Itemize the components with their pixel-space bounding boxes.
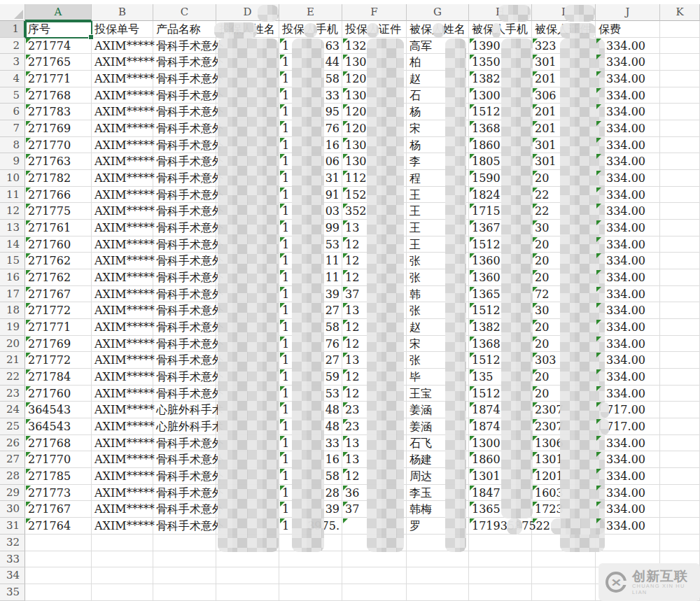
- cell-E33[interactable]: [279, 551, 342, 568]
- cell-H31[interactable]: 17193587522: [469, 518, 532, 535]
- cell-A14[interactable]: 271760: [25, 236, 92, 253]
- cell-J6[interactable]: 334.00: [596, 104, 660, 120]
- row-header-20[interactable]: 20: [0, 336, 25, 353]
- cell-J12[interactable]: 334.00: [596, 203, 660, 220]
- cell-A16[interactable]: 271762: [25, 269, 92, 286]
- cell-B27[interactable]: AXIM*****: [92, 451, 153, 468]
- cell-J20[interactable]: 334.00: [596, 336, 660, 353]
- cell-C22[interactable]: 骨科手术意外: [153, 369, 216, 386]
- cell-B34[interactable]: [92, 567, 153, 584]
- cell-B18[interactable]: AXIM*****: [92, 302, 153, 319]
- cell-C30[interactable]: 骨科手术意外: [153, 501, 216, 518]
- cell-K8[interactable]: [660, 137, 700, 154]
- cell-B26[interactable]: AXIM*****: [92, 435, 153, 452]
- cell-A7[interactable]: 271769: [25, 120, 92, 137]
- cell-E35[interactable]: [279, 584, 342, 601]
- cell-J29[interactable]: 334.00: [596, 485, 660, 502]
- cell-D34[interactable]: [216, 567, 279, 584]
- cell-J21[interactable]: 334.00: [596, 352, 660, 369]
- cell-J1[interactable]: 保费: [596, 21, 660, 38]
- cell-A26[interactable]: 271768: [25, 435, 92, 452]
- cell-K5[interactable]: [660, 87, 700, 104]
- cell-A23[interactable]: 271760: [25, 386, 92, 402]
- cell-C3[interactable]: 骨科手术意外: [153, 54, 216, 71]
- row-header-28[interactable]: 28: [0, 468, 25, 485]
- cell-A21[interactable]: 271772: [25, 352, 92, 369]
- cell-B21[interactable]: AXIM*****: [92, 352, 153, 369]
- cell-B17[interactable]: AXIM*****: [92, 286, 153, 303]
- cell-C4[interactable]: 骨科手术意外: [153, 71, 216, 87]
- row-header-24[interactable]: 24: [0, 402, 25, 418]
- cell-C25[interactable]: 心脏外科手术: [153, 418, 216, 435]
- row-header-25[interactable]: 25: [0, 418, 25, 435]
- row-header-19[interactable]: 19: [0, 319, 25, 336]
- cell-C17[interactable]: 骨科手术意外: [153, 286, 216, 303]
- cell-A11[interactable]: 271766: [25, 187, 92, 204]
- cell-C24[interactable]: 心脏外科手术: [153, 402, 216, 418]
- row-header-32[interactable]: 32: [0, 535, 25, 551]
- cell-A1[interactable]: 序号: [25, 21, 92, 38]
- column-header-K[interactable]: K: [660, 4, 700, 21]
- cell-J3[interactable]: 334.00: [596, 54, 660, 71]
- cell-C28[interactable]: 骨科手术意外: [153, 468, 216, 485]
- cell-A17[interactable]: 271767: [25, 286, 92, 303]
- cell-K11[interactable]: [660, 187, 700, 204]
- column-header-E[interactable]: E: [279, 4, 342, 21]
- cell-K19[interactable]: [660, 319, 700, 336]
- cell-I35[interactable]: [532, 584, 596, 601]
- cell-J11[interactable]: 334.00: [596, 187, 660, 204]
- cell-C29[interactable]: 骨科手术意外: [153, 485, 216, 502]
- cell-B12[interactable]: AXIM*****: [92, 203, 153, 220]
- cell-B1[interactable]: 投保单号: [92, 21, 153, 38]
- cell-C2[interactable]: 骨科手术意外: [153, 38, 216, 55]
- cell-J7[interactable]: 334.00: [596, 120, 660, 137]
- row-header-4[interactable]: 4: [0, 71, 25, 87]
- cell-A19[interactable]: 271771: [25, 319, 92, 336]
- cell-K10[interactable]: [660, 170, 700, 187]
- row-header-8[interactable]: 8: [0, 137, 25, 154]
- cell-C15[interactable]: 骨科手术意外: [153, 253, 216, 269]
- cell-C14[interactable]: 骨科手术意外: [153, 236, 216, 253]
- cell-K27[interactable]: [660, 451, 700, 468]
- cell-J31[interactable]: 334.00: [596, 518, 660, 535]
- cell-F34[interactable]: [342, 567, 407, 584]
- cell-C1[interactable]: 产品名称: [153, 21, 216, 38]
- cell-A34[interactable]: [25, 567, 92, 584]
- cell-J22[interactable]: 334.00: [596, 369, 660, 386]
- cell-C8[interactable]: 骨科手术意外: [153, 137, 216, 154]
- cell-K6[interactable]: [660, 104, 700, 120]
- row-header-17[interactable]: 17: [0, 286, 25, 303]
- cell-G33[interactable]: [407, 551, 469, 568]
- cell-A24[interactable]: 364543: [25, 402, 92, 418]
- row-header-9[interactable]: 9: [0, 153, 25, 170]
- cell-B33[interactable]: [92, 551, 153, 568]
- row-header-34[interactable]: 34: [0, 567, 25, 584]
- cell-H32[interactable]: [469, 535, 532, 551]
- row-header-2[interactable]: 2: [0, 38, 25, 55]
- cell-A18[interactable]: 271772: [25, 302, 92, 319]
- cell-B29[interactable]: AXIM*****: [92, 485, 153, 502]
- row-header-31[interactable]: 31: [0, 518, 25, 535]
- cell-B22[interactable]: AXIM*****: [92, 369, 153, 386]
- cell-K2[interactable]: [660, 38, 700, 55]
- cell-H35[interactable]: [469, 584, 532, 601]
- cell-K18[interactable]: [660, 302, 700, 319]
- cell-K24[interactable]: [660, 402, 700, 418]
- cell-G35[interactable]: [407, 584, 469, 601]
- column-header-C[interactable]: C: [153, 4, 216, 21]
- row-header-16[interactable]: 16: [0, 269, 25, 286]
- cell-C27[interactable]: 骨科手术意外: [153, 451, 216, 468]
- cell-G34[interactable]: [407, 567, 469, 584]
- cell-B13[interactable]: AXIM*****: [92, 220, 153, 236]
- row-header-33[interactable]: 33: [0, 551, 25, 568]
- cell-K14[interactable]: [660, 236, 700, 253]
- cell-K12[interactable]: [660, 203, 700, 220]
- cell-B20[interactable]: AXIM*****: [92, 336, 153, 353]
- cell-A8[interactable]: 271770: [25, 137, 92, 154]
- cell-K26[interactable]: [660, 435, 700, 452]
- cell-B9[interactable]: AXIM*****: [92, 153, 153, 170]
- cell-B10[interactable]: AXIM*****: [92, 170, 153, 187]
- row-header-29[interactable]: 29: [0, 485, 25, 502]
- row-header-21[interactable]: 21: [0, 352, 25, 369]
- cell-D33[interactable]: [216, 551, 279, 568]
